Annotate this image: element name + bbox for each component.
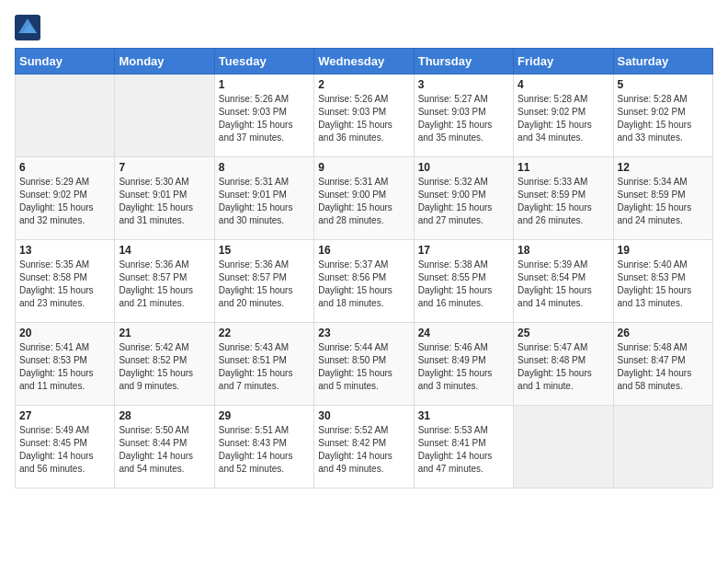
day-info: Sunrise: 5:51 AM Sunset: 8:43 PM Dayligh… <box>219 424 310 476</box>
calendar-cell: 7Sunrise: 5:30 AM Sunset: 9:01 PM Daylig… <box>115 157 214 240</box>
calendar-cell: 15Sunrise: 5:36 AM Sunset: 8:57 PM Dayli… <box>214 240 313 323</box>
calendar-cell: 4Sunrise: 5:28 AM Sunset: 9:02 PM Daylig… <box>514 75 613 157</box>
day-info: Sunrise: 5:50 AM Sunset: 8:44 PM Dayligh… <box>119 424 210 476</box>
day-info: Sunrise: 5:28 AM Sunset: 9:02 PM Dayligh… <box>618 93 709 144</box>
logo <box>15 15 44 40</box>
day-info: Sunrise: 5:27 AM Sunset: 9:03 PM Dayligh… <box>418 93 509 144</box>
day-info: Sunrise: 5:38 AM Sunset: 8:55 PM Dayligh… <box>418 259 509 310</box>
calendar-cell <box>514 406 613 488</box>
weekday-header-thursday: Thursday <box>414 49 513 75</box>
calendar-body: 1Sunrise: 5:26 AM Sunset: 9:03 PM Daylig… <box>16 75 713 488</box>
calendar-cell: 23Sunrise: 5:44 AM Sunset: 8:50 PM Dayli… <box>314 323 414 406</box>
calendar-cell: 28Sunrise: 5:50 AM Sunset: 8:44 PM Dayli… <box>115 406 214 488</box>
calendar-table: SundayMondayTuesdayWednesdayThursdayFrid… <box>15 48 713 488</box>
day-number: 1 <box>219 78 310 91</box>
calendar-cell: 6Sunrise: 5:29 AM Sunset: 9:02 PM Daylig… <box>16 157 115 240</box>
day-info: Sunrise: 5:26 AM Sunset: 9:03 PM Dayligh… <box>318 93 409 144</box>
day-info: Sunrise: 5:36 AM Sunset: 8:57 PM Dayligh… <box>219 259 310 310</box>
calendar-cell: 25Sunrise: 5:47 AM Sunset: 8:48 PM Dayli… <box>514 323 613 406</box>
calendar-cell: 11Sunrise: 5:33 AM Sunset: 8:59 PM Dayli… <box>514 157 613 240</box>
calendar-cell: 17Sunrise: 5:38 AM Sunset: 8:55 PM Dayli… <box>414 240 513 323</box>
day-info: Sunrise: 5:48 AM Sunset: 8:47 PM Dayligh… <box>618 341 709 393</box>
day-info: Sunrise: 5:37 AM Sunset: 8:56 PM Dayligh… <box>318 259 409 310</box>
day-number: 13 <box>19 244 110 257</box>
calendar-cell: 22Sunrise: 5:43 AM Sunset: 8:51 PM Dayli… <box>214 323 313 406</box>
day-info: Sunrise: 5:29 AM Sunset: 9:02 PM Dayligh… <box>19 176 110 227</box>
day-info: Sunrise: 5:46 AM Sunset: 8:49 PM Dayligh… <box>418 341 509 393</box>
day-info: Sunrise: 5:34 AM Sunset: 8:59 PM Dayligh… <box>618 176 709 227</box>
calendar-cell: 5Sunrise: 5:28 AM Sunset: 9:02 PM Daylig… <box>613 75 712 157</box>
day-info: Sunrise: 5:39 AM Sunset: 8:54 PM Dayligh… <box>518 259 609 310</box>
day-number: 19 <box>618 244 709 257</box>
day-info: Sunrise: 5:36 AM Sunset: 8:57 PM Dayligh… <box>119 259 210 310</box>
day-number: 10 <box>418 161 509 174</box>
calendar-cell: 2Sunrise: 5:26 AM Sunset: 9:03 PM Daylig… <box>314 75 414 157</box>
day-info: Sunrise: 5:33 AM Sunset: 8:59 PM Dayligh… <box>518 176 609 227</box>
calendar-cell: 13Sunrise: 5:35 AM Sunset: 8:58 PM Dayli… <box>16 240 115 323</box>
calendar-cell: 24Sunrise: 5:46 AM Sunset: 8:49 PM Dayli… <box>414 323 513 406</box>
calendar-cell: 3Sunrise: 5:27 AM Sunset: 9:03 PM Daylig… <box>414 75 513 157</box>
day-info: Sunrise: 5:40 AM Sunset: 8:53 PM Dayligh… <box>618 259 709 310</box>
weekday-header-saturday: Saturday <box>613 49 712 75</box>
day-info: Sunrise: 5:43 AM Sunset: 8:51 PM Dayligh… <box>219 341 310 393</box>
day-info: Sunrise: 5:30 AM Sunset: 9:01 PM Dayligh… <box>119 176 210 227</box>
day-number: 18 <box>518 244 609 257</box>
day-info: Sunrise: 5:31 AM Sunset: 9:00 PM Dayligh… <box>318 176 409 227</box>
day-number: 14 <box>119 244 210 257</box>
day-info: Sunrise: 5:52 AM Sunset: 8:42 PM Dayligh… <box>318 424 409 476</box>
day-number: 8 <box>219 161 310 174</box>
day-number: 28 <box>119 409 210 422</box>
day-number: 23 <box>318 327 409 339</box>
day-info: Sunrise: 5:47 AM Sunset: 8:48 PM Dayligh… <box>518 341 609 393</box>
day-info: Sunrise: 5:35 AM Sunset: 8:58 PM Dayligh… <box>19 259 110 310</box>
calendar-cell: 1Sunrise: 5:26 AM Sunset: 9:03 PM Daylig… <box>214 75 313 157</box>
calendar-cell: 16Sunrise: 5:37 AM Sunset: 8:56 PM Dayli… <box>314 240 414 323</box>
calendar-week-3: 13Sunrise: 5:35 AM Sunset: 8:58 PM Dayli… <box>16 240 713 323</box>
day-number: 9 <box>318 161 409 174</box>
day-number: 25 <box>518 327 609 339</box>
calendar-cell: 8Sunrise: 5:31 AM Sunset: 9:01 PM Daylig… <box>214 157 313 240</box>
day-number: 29 <box>219 409 310 422</box>
weekday-header-friday: Friday <box>514 49 613 75</box>
calendar-cell: 31Sunrise: 5:53 AM Sunset: 8:41 PM Dayli… <box>414 406 513 488</box>
day-number: 20 <box>19 327 110 339</box>
weekday-header-monday: Monday <box>115 49 214 75</box>
calendar-cell: 19Sunrise: 5:40 AM Sunset: 8:53 PM Dayli… <box>613 240 712 323</box>
calendar-cell: 12Sunrise: 5:34 AM Sunset: 8:59 PM Dayli… <box>613 157 712 240</box>
calendar-cell: 29Sunrise: 5:51 AM Sunset: 8:43 PM Dayli… <box>214 406 313 488</box>
day-number: 4 <box>518 78 609 91</box>
calendar-week-4: 20Sunrise: 5:41 AM Sunset: 8:53 PM Dayli… <box>16 323 713 406</box>
logo-icon <box>15 15 40 40</box>
calendar-week-5: 27Sunrise: 5:49 AM Sunset: 8:45 PM Dayli… <box>16 406 713 488</box>
calendar-cell: 21Sunrise: 5:42 AM Sunset: 8:52 PM Dayli… <box>115 323 214 406</box>
day-number: 15 <box>219 244 310 257</box>
weekday-row: SundayMondayTuesdayWednesdayThursdayFrid… <box>16 49 713 75</box>
day-info: Sunrise: 5:26 AM Sunset: 9:03 PM Dayligh… <box>219 93 310 144</box>
day-info: Sunrise: 5:41 AM Sunset: 8:53 PM Dayligh… <box>19 341 110 393</box>
day-info: Sunrise: 5:28 AM Sunset: 9:02 PM Dayligh… <box>518 93 609 144</box>
day-info: Sunrise: 5:44 AM Sunset: 8:50 PM Dayligh… <box>318 341 409 393</box>
day-number: 31 <box>418 409 509 422</box>
calendar-cell: 9Sunrise: 5:31 AM Sunset: 9:00 PM Daylig… <box>314 157 414 240</box>
calendar-cell: 26Sunrise: 5:48 AM Sunset: 8:47 PM Dayli… <box>613 323 712 406</box>
day-number: 22 <box>219 327 310 339</box>
day-number: 7 <box>119 161 210 174</box>
day-number: 26 <box>618 327 709 339</box>
calendar-cell: 18Sunrise: 5:39 AM Sunset: 8:54 PM Dayli… <box>514 240 613 323</box>
day-number: 5 <box>618 78 709 91</box>
day-info: Sunrise: 5:31 AM Sunset: 9:01 PM Dayligh… <box>219 176 310 227</box>
calendar-cell: 14Sunrise: 5:36 AM Sunset: 8:57 PM Dayli… <box>115 240 214 323</box>
day-number: 27 <box>19 409 110 422</box>
day-number: 16 <box>318 244 409 257</box>
calendar-cell: 20Sunrise: 5:41 AM Sunset: 8:53 PM Dayli… <box>16 323 115 406</box>
weekday-header-sunday: Sunday <box>16 49 115 75</box>
calendar-cell <box>613 406 712 488</box>
page-header <box>15 15 713 40</box>
day-number: 3 <box>418 78 509 91</box>
day-number: 24 <box>418 327 509 339</box>
day-info: Sunrise: 5:49 AM Sunset: 8:45 PM Dayligh… <box>19 424 110 476</box>
day-number: 17 <box>418 244 509 257</box>
day-number: 11 <box>518 161 609 174</box>
day-number: 2 <box>318 78 409 91</box>
calendar-week-1: 1Sunrise: 5:26 AM Sunset: 9:03 PM Daylig… <box>16 75 713 157</box>
